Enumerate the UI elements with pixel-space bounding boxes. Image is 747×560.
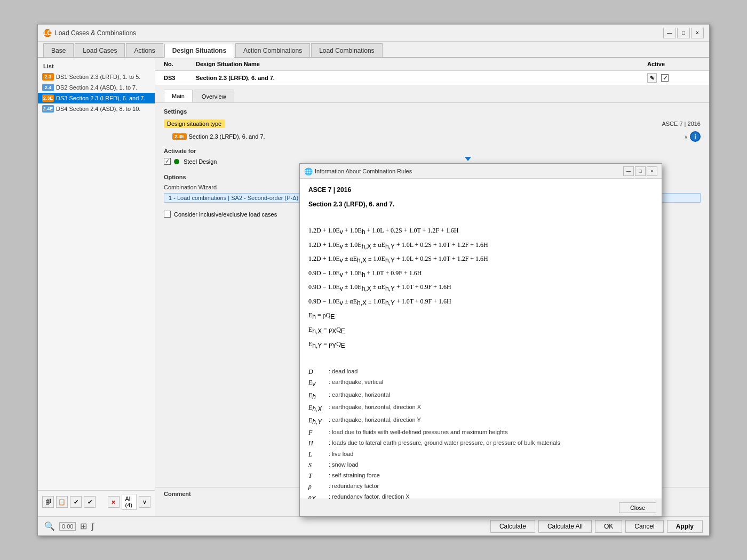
legend-H-val: : loads due to lateral earth pressure, g… [329, 438, 653, 449]
legend-Eh-key: Eh [308, 390, 324, 403]
legend-T-val: : self-straining force [329, 471, 653, 481]
legend-Eh-val: : earthquake, horizontal [329, 390, 653, 403]
dropdown-arrow-icon[interactable]: ∨ [684, 134, 688, 140]
legend-rhoX-val: : redundancy factor, direction X [329, 492, 653, 499]
apply-button[interactable]: Apply [667, 520, 703, 533]
sidebar-item-ds3[interactable]: 2.3E DS3 Section 2.3 (LRFD), 6. and 7. [38, 93, 155, 103]
tab-actions[interactable]: Actions [126, 43, 163, 57]
legend-H-key: H [308, 438, 324, 449]
title-bar: LC Load Cases & Combinations — □ × [38, 25, 709, 42]
consider-inclusive-checkbox[interactable] [164, 211, 171, 218]
formula-6: 0.9D − 1.0Ev ± αEh,X ± 1.0Eh,Y + 1.0T + … [308, 297, 653, 309]
dialog-title-bar: 🌐 Information About Combination Rules — … [300, 164, 662, 179]
calculate-all-button[interactable]: Calculate All [538, 520, 592, 533]
paste-button[interactable]: 📋 [56, 496, 68, 508]
dialog-maximize[interactable]: □ [635, 166, 646, 176]
dropdown-text: Section 2.3 (LRFD), 6. and 7. [189, 133, 682, 140]
badge-ds1: 2.3 [42, 73, 54, 81]
dialog-close-button[interactable]: Close [619, 502, 656, 513]
col-no-header: No. [164, 61, 196, 67]
window-title: Load Cases & Combinations [55, 29, 136, 37]
minimize-button[interactable]: — [663, 28, 676, 38]
blue-arrow [465, 157, 471, 161]
legend-EhX-key: Eh,X [308, 403, 324, 415]
label-ds1: DS1 Section 2.3 (LRFD), 1. to 5. [56, 74, 140, 80]
col-active-header: Active [647, 61, 701, 67]
dropdown-arrow-btn[interactable]: ∨ [139, 496, 150, 508]
check1-button[interactable]: ✔ [70, 496, 82, 508]
sub-tab-main[interactable]: Main [164, 90, 193, 102]
dialog-close-btn[interactable]: × [647, 166, 657, 176]
svg-text:LC: LC [43, 29, 52, 37]
edit-icon[interactable]: ✎ [647, 73, 657, 83]
cancel-button[interactable]: Cancel [625, 520, 663, 533]
formula-4: 0.9D − 1.0Ev + 1.0Eh + 1.0T + 0.9F + 1.6… [308, 268, 653, 281]
search-icon[interactable]: 🔍 [44, 521, 55, 531]
tab-load-cases[interactable]: Load Cases [75, 43, 125, 57]
calculate-button[interactable]: Calculate [490, 520, 535, 533]
copy-button[interactable]: 🗐 [42, 496, 54, 508]
ok-button[interactable]: OK [595, 520, 622, 533]
settings-section-label: Settings [155, 103, 709, 118]
legend-rho-val: : redundancy factor [329, 482, 653, 492]
delete-button[interactable]: × [108, 496, 120, 508]
ds-table-row: DS3 Section 2.3 (LRFD), 6. and 7. ✎ [155, 71, 709, 85]
legend-D-key: D [308, 367, 324, 377]
sub-tab-overview[interactable]: Overview [194, 90, 234, 102]
legend-L-val: : live load [329, 450, 653, 460]
legend-D-val: : dead load [329, 367, 653, 377]
tab-load-combinations[interactable]: Load Combinations [311, 43, 382, 57]
legend-EhY-key: Eh,Y [308, 415, 324, 428]
tab-design-situations[interactable]: Design Situations [164, 44, 234, 58]
col-name-header: Design Situation Name [196, 61, 647, 67]
design-situation-type-row: Design situation type ASCE 7 | 2016 [155, 118, 709, 130]
formula-9: Eh,Y = ρYQE [308, 339, 653, 351]
legend-rho-key: ρ [308, 482, 324, 492]
formula-3: 1.2D + 1.0Ev ± αEh,X ± 1.0Eh,Y + 1.0L + … [308, 254, 653, 266]
legend-grid: D: dead load Ev: earthquake, vertical Eh… [308, 367, 653, 499]
check2-button[interactable]: ✔ [84, 496, 96, 508]
steel-design-dot [174, 159, 179, 164]
dialog-subheader: Section 2.3 (LRFD), 6. and 7. [308, 199, 653, 210]
ds-row-no: DS3 [164, 75, 196, 81]
table-icon[interactable]: ⊞ [80, 521, 87, 531]
formula-8: Eh,X = ρXQE [308, 325, 653, 337]
sidebar-item-ds1[interactable]: 2.3 DS1 Section 2.3 (LRFD), 1. to 5. [38, 71, 155, 82]
ds-row-name: Section 2.3 (LRFD), 6. and 7. [196, 75, 647, 81]
function-icon[interactable]: ∫ [91, 522, 93, 531]
tab-base[interactable]: Base [43, 43, 74, 57]
design-situation-type-label: Design situation type [164, 119, 225, 128]
legend-L-key: L [308, 450, 324, 460]
sidebar: List 2.3 DS1 Section 2.3 (LRFD), 1. to 5… [38, 58, 155, 516]
badge-ds2: 2.4 [42, 84, 54, 91]
maximize-button[interactable]: □ [677, 28, 690, 38]
dropdown-badge: 2.3E [172, 133, 187, 140]
steel-design-label: Steel Design [184, 158, 217, 165]
dialog-minimize[interactable]: — [623, 166, 634, 176]
dialog-title-text: Information About Combination Rules [315, 168, 412, 174]
close-button[interactable]: × [691, 28, 704, 38]
sidebar-item-ds2[interactable]: 2.4 DS2 Section 2.4 (ASD), 1. to 7. [38, 82, 155, 93]
sidebar-header: List [38, 61, 155, 71]
dialog-icon: 🌐 [304, 167, 312, 175]
legend-Ev-key: Ev [308, 378, 324, 390]
dialog-content: ASCE 7 | 2016 Section 2.3 (LRFD), 6. and… [300, 179, 662, 499]
info-button[interactable]: i [690, 131, 701, 142]
formula-7: Eh = ρQE [308, 310, 653, 323]
label-ds3: DS3 Section 2.3 (LRFD), 6. and 7. [56, 95, 146, 101]
sidebar-item-ds4[interactable]: 2.4E DS4 Section 2.4 (ASD), 8. to 10. [38, 103, 155, 114]
label-ds2: DS2 Section 2.4 (ASD), 1. to 7. [56, 84, 137, 91]
formula-2: 1.2D + 1.0Ev ± 1.0Eh,X ± αEh,Y + 1.0L + … [308, 240, 653, 252]
design-situation-type-value: ASCE 7 | 2016 [662, 121, 701, 127]
app-icon: LC [43, 29, 52, 37]
tab-action-combinations[interactable]: Action Combinations [235, 43, 310, 57]
legend-S-val: : snow load [329, 460, 653, 470]
legend-rhoX-key: ρX [308, 492, 324, 499]
legend-S-key: S [308, 460, 324, 470]
main-window: LC Load Cases & Combinations — □ × Base … [37, 24, 710, 536]
legend-T-key: T [308, 471, 324, 481]
formula-1: 1.2D + 1.0Ev + 1.0Eh + 1.0L + 0.2S + 1.0… [308, 226, 653, 238]
steel-design-checkbox[interactable] [164, 158, 171, 165]
active-checkbox[interactable] [661, 74, 669, 82]
legend-F-val: : load due to fluids with well-defined p… [329, 428, 653, 438]
